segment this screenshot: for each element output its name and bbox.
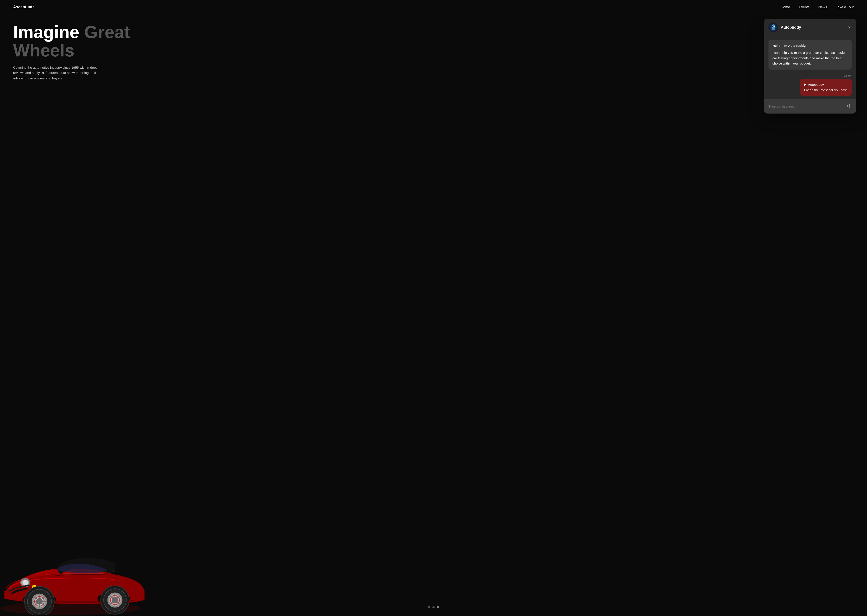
svg-point-18 (36, 598, 43, 605)
svg-point-39 (773, 24, 774, 25)
visitor-message-line1: Hi Autobuddy. (804, 82, 848, 87)
hero-text-block: Imagine Great Wheels Covering the automo… (13, 23, 145, 81)
svg-rect-42 (774, 28, 775, 30)
hero-title: Imagine Great Wheels (13, 23, 145, 60)
chat-messages: Hello! I'm Autobuddy. I can help you mak… (764, 36, 856, 99)
bot-message-text: I can help you make a great car choice, … (772, 50, 848, 66)
nav-link-events[interactable]: Events (799, 5, 810, 9)
visitor-message-bubble: Hi Autobuddy. I need the latest car you … (800, 79, 852, 96)
brand-logo[interactable]: Ascentuate (13, 5, 35, 9)
svg-point-3 (22, 580, 28, 585)
chat-header-left: Autobuddy (768, 22, 801, 32)
carousel-dots (428, 606, 439, 608)
visitor-message-line2: I need the latest car you have (804, 88, 848, 93)
bot-avatar (768, 22, 778, 32)
nav-link-home[interactable]: Home (781, 5, 790, 9)
nav-item-events[interactable]: Events (799, 5, 810, 9)
nav-item-take-a-tour[interactable]: Take a Tour (836, 5, 854, 9)
svg-point-36 (772, 26, 772, 27)
carousel-dot-1[interactable] (428, 606, 430, 608)
svg-rect-40 (772, 28, 775, 30)
visitor-label: Visitor (768, 74, 852, 77)
nav-item-news[interactable]: News (818, 5, 827, 9)
nav-links: Home Events News Take a Tour (781, 5, 854, 9)
svg-point-31 (112, 597, 118, 603)
hero-section: Imagine Great Wheels Covering the automo… (0, 14, 867, 615)
svg-rect-41 (772, 28, 772, 30)
send-button[interactable] (845, 103, 852, 110)
chat-close-button[interactable]: × (847, 24, 852, 31)
nav-item-home[interactable]: Home (781, 5, 790, 9)
visitor-section: Visitor Hi Autobuddy. I need the latest … (768, 74, 852, 96)
chat-header: Autobuddy × (764, 19, 856, 36)
bot-name: Autobuddy (781, 25, 801, 30)
hero-title-white: Imagine (13, 22, 79, 42)
bot-message-bubble: Hello! I'm Autobuddy. I can help you mak… (768, 39, 852, 69)
chat-input-area (764, 99, 856, 113)
carousel-dot-2[interactable] (432, 606, 435, 608)
chat-input[interactable] (768, 105, 845, 108)
carousel-dot-3[interactable] (437, 606, 439, 608)
svg-point-37 (774, 26, 774, 27)
navigation: Ascentuate Home Events News Take a Tour (0, 0, 867, 14)
bot-greeting: Hello! I'm Autobuddy. (772, 43, 848, 48)
hero-subtitle: Covering the automotive industry since 1… (13, 65, 105, 81)
nav-link-news[interactable]: News (818, 5, 827, 9)
nav-link-take-a-tour[interactable]: Take a Tour (836, 5, 854, 9)
car-image (0, 523, 156, 615)
chat-widget: Autobuddy × Hello! I'm Autobuddy. I can … (764, 19, 856, 113)
